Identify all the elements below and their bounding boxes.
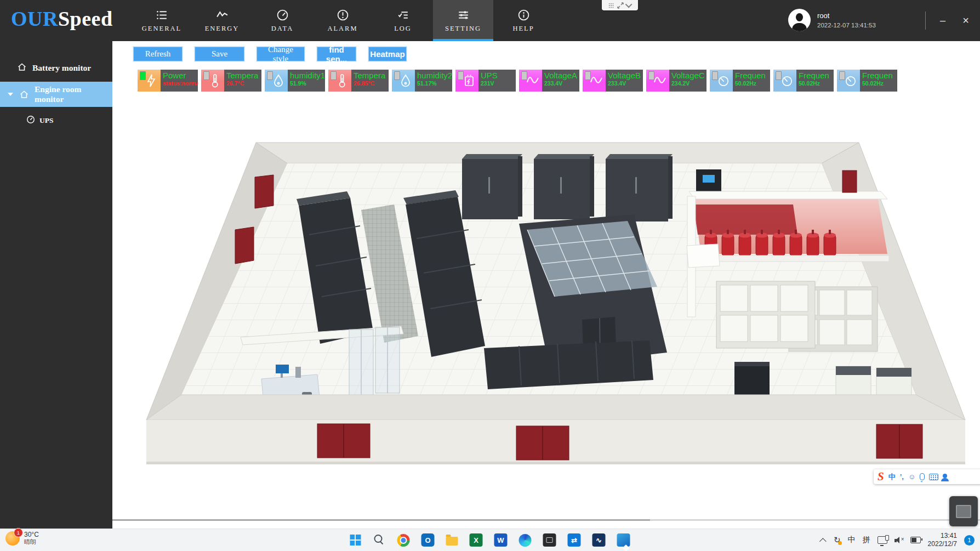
toolbar-button[interactable]: Refresh	[133, 47, 183, 61]
tray-icon[interactable]	[910, 537, 921, 543]
sensor-text-panel: Power status:normal	[161, 70, 198, 92]
sensor-label: VoltageB	[608, 71, 643, 80]
sensor-icon-tile	[201, 70, 224, 92]
taskbar-app-icon[interactable]: ∿	[592, 533, 606, 547]
tray-icon[interactable]	[878, 536, 887, 544]
ime-mode-indicator: 中	[848, 535, 856, 545]
nav-tab-label: ENERGY	[205, 25, 240, 33]
caret-down-icon[interactable]	[8, 93, 13, 96]
sensor-led-indicator	[458, 71, 464, 80]
ime-mic-icon[interactable]	[920, 473, 925, 480]
nav-tab-label: DATA	[271, 25, 293, 33]
taskbar-app-icon[interactable]	[617, 533, 630, 547]
toolbar: Refresh Save Change style find sen... He…	[133, 47, 407, 61]
nav-tab[interactable]: ALARM	[312, 0, 373, 41]
floating-tool-panel[interactable]	[949, 496, 978, 526]
sidebar-item[interactable]: Engine room monitor	[0, 82, 112, 107]
nav-tab-label: LOG	[394, 25, 412, 33]
taskbar-app-icon[interactable]	[397, 534, 410, 547]
sensor-badge[interactable]: VoltageA 233.4V	[519, 70, 579, 92]
ime-toolbox-icon[interactable]	[943, 476, 947, 478]
sensor-badge[interactable]: humidity2 51.17%	[392, 70, 452, 92]
sensor-badge[interactable]: Tempera 26.7°C	[201, 70, 261, 92]
app-window: OURSpeed GENERAL	[0, 0, 980, 551]
scrollbar-thumb[interactable]	[112, 519, 650, 521]
app-logo: OURSpeed	[11, 7, 113, 31]
taskbar-app-icon[interactable]: X	[470, 533, 483, 547]
toolbar-button[interactable]: find sen...	[317, 47, 356, 61]
sensor-badge[interactable]: humidity1 51.9%	[265, 70, 325, 92]
taskbar-app-icon[interactable]	[543, 533, 556, 547]
alarm-icon	[336, 8, 350, 22]
sensor-badge[interactable]: Frequen 50.02Hz	[773, 70, 834, 92]
notification-badge[interactable]: 1	[964, 535, 975, 546]
taskbar-app-icon[interactable]	[446, 537, 458, 546]
taskbar-app-icon[interactable]: ⇄	[568, 533, 581, 547]
sensor-badge[interactable]: Power status:normal	[138, 70, 198, 92]
sensor-value: 233.4V	[608, 80, 643, 87]
minimize-button[interactable]: –	[933, 0, 953, 41]
nav-tab[interactable]: ENERGY	[192, 0, 252, 41]
frequency-meter-icon	[716, 73, 731, 88]
sensor-badge[interactable]: UPS 231V	[455, 70, 516, 92]
taskbar-app-icon[interactable]	[350, 535, 361, 546]
sensor-led-indicator	[776, 71, 782, 80]
ime-emoji-icon[interactable]: ☺	[908, 473, 915, 481]
nav-tab[interactable]: DATA	[252, 0, 312, 41]
tray-icon[interactable]: ×	[894, 537, 903, 544]
tray-icon[interactable]	[822, 538, 827, 543]
log-icon	[396, 8, 410, 22]
sensor-led-indicator	[839, 71, 845, 80]
sensor-icon-tile	[138, 70, 161, 92]
close-button[interactable]: ×	[955, 0, 977, 41]
toolbar-button[interactable]: Heatmap	[368, 47, 407, 61]
nav-tab[interactable]: SETTING	[433, 0, 493, 41]
nav-tab[interactable]: HELP	[493, 0, 554, 41]
server-room-3d-view[interactable]	[113, 122, 979, 507]
toolbar-button[interactable]: Change style	[257, 47, 305, 61]
taskbar-app-icon[interactable]: O	[421, 533, 435, 547]
sensor-led-indicator	[394, 71, 400, 80]
tray-icon[interactable]: 拼	[863, 535, 870, 545]
nav-tab[interactable]: LOG	[373, 0, 433, 41]
avatar[interactable]	[788, 9, 811, 31]
weather-widget[interactable]: 1 30°C 晴朗	[5, 531, 39, 546]
expand-icon[interactable]	[617, 2, 624, 9]
sidebar: Battery monitor Engine room monitor UPS	[0, 41, 112, 529]
chevron-down-icon[interactable]	[625, 1, 632, 8]
sogou-logo-icon[interactable]: S	[878, 471, 884, 482]
sensor-value: 50.02Hz	[735, 80, 770, 87]
sidebar-item[interactable]: UPS	[0, 111, 112, 130]
sensor-text-panel: UPS 231V	[478, 70, 516, 92]
clock-time: 13:41	[928, 532, 957, 540]
tray-icon[interactable]: 中	[848, 535, 856, 545]
sensor-value: 51.17%	[417, 80, 452, 87]
ime-phrase-icon[interactable]: ’,	[900, 473, 904, 481]
nav-tab-label: HELP	[512, 25, 534, 33]
sensor-badge[interactable]: Tempera 26.85°C	[328, 70, 389, 92]
sensor-badge[interactable]: VoltageC 234.2V	[646, 70, 706, 92]
toolbar-button[interactable]: Save	[195, 47, 244, 61]
sidebar-item[interactable]: Battery monitor	[0, 56, 112, 79]
main-content: Refresh Save Change style find sen... He…	[112, 41, 980, 529]
grid-dots-icon[interactable]	[608, 3, 614, 8]
sensor-badge[interactable]: VoltageB 233.4V	[583, 70, 643, 92]
sensor-value: 234.2V	[671, 80, 706, 87]
user-name: root	[817, 12, 876, 20]
ime-keyboard-icon[interactable]	[929, 474, 938, 480]
gauge-icon	[276, 8, 289, 22]
logo-part-blue: OUR	[11, 7, 58, 30]
sensor-led-indicator	[267, 71, 273, 80]
taskbar: 1 30°C 晴朗 O X W	[0, 529, 980, 551]
taskbar-app-icon[interactable]: W	[494, 533, 508, 547]
nav-tab[interactable]: GENERAL	[132, 0, 192, 41]
chevron-up-icon	[819, 538, 827, 545]
home-icon	[16, 62, 27, 74]
taskbar-app-icon[interactable]	[519, 534, 532, 547]
tray-icon[interactable]: ↻	[834, 535, 841, 545]
taskbar-clock[interactable]: 13:41 2022/12/7	[928, 532, 957, 548]
taskbar-app-icon[interactable]	[373, 533, 386, 547]
sensor-badge[interactable]: Frequen 50.02Hz	[710, 70, 770, 92]
sensor-badge[interactable]: Frequen 50.02Hz	[837, 70, 897, 92]
ime-lang-icon[interactable]: 中	[888, 472, 896, 482]
